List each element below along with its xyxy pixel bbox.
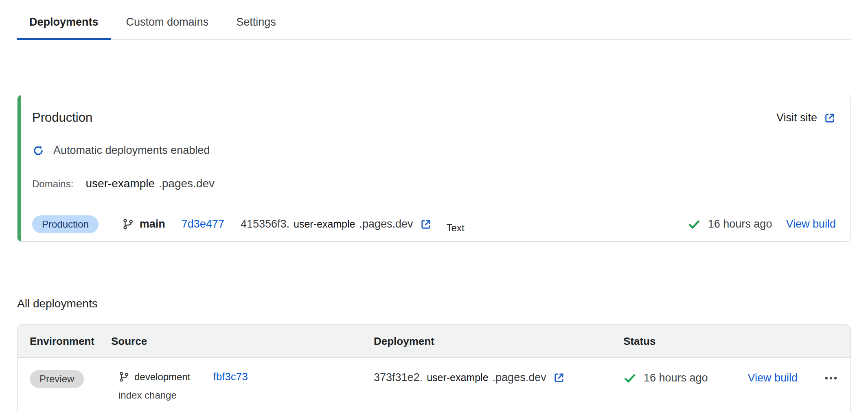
branch-name: main bbox=[140, 217, 165, 231]
deployment-url-name: user-example bbox=[294, 218, 355, 230]
tab-deployments[interactable]: Deployments bbox=[17, 15, 111, 40]
production-deployment-row: Production main 7d3e477 415356f3.user-ex… bbox=[18, 207, 850, 241]
deployment-url-name: user-example bbox=[427, 372, 488, 383]
deployment-url-suffix: .pages.dev bbox=[493, 371, 546, 384]
deployment-url-prefix: 373f31e2. bbox=[374, 371, 423, 384]
all-deployments-title: All deployments bbox=[17, 296, 868, 311]
deployment-url-prefix: 415356f3. bbox=[241, 218, 289, 230]
tab-bar: Deployments Custom domains Settings bbox=[17, 0, 851, 39]
auto-deploy-text: Automatic deployments enabled bbox=[53, 144, 210, 158]
commit-message: index change bbox=[118, 389, 374, 401]
tab-custom-domains[interactable]: Custom domains bbox=[114, 15, 221, 40]
environment-badge: Production bbox=[32, 215, 99, 233]
domain-suffix: .pages.dev bbox=[159, 176, 215, 191]
more-options-button[interactable] bbox=[824, 371, 838, 386]
deployment-time: 16 hours ago bbox=[708, 217, 772, 231]
production-title: Production bbox=[32, 110, 92, 126]
commit-link[interactable]: 7d3e477 bbox=[182, 217, 224, 231]
deployment-url: 415356f3.user-example.pages.dev bbox=[241, 217, 413, 231]
deployments-table: Environment Source Deployment Status Pre… bbox=[17, 324, 851, 412]
visit-site-link[interactable]: Visit site bbox=[776, 111, 836, 125]
view-build-link[interactable]: View build bbox=[748, 371, 798, 385]
domains-label: Domains: bbox=[32, 178, 73, 190]
column-header-status: Status bbox=[623, 335, 850, 348]
commit-link[interactable]: fbf3c73 bbox=[213, 370, 248, 384]
domain-name: user-example bbox=[85, 176, 155, 191]
check-icon bbox=[688, 218, 701, 231]
external-link-icon bbox=[824, 112, 836, 124]
branch-name: development bbox=[134, 371, 190, 383]
table-header-row: Environment Source Deployment Status bbox=[18, 325, 850, 358]
ellipsis-icon bbox=[824, 371, 838, 386]
production-accent-bar bbox=[18, 95, 21, 241]
check-icon bbox=[623, 372, 636, 385]
deployment-url: 373f31e2.user-example.pages.dev bbox=[374, 371, 546, 385]
deployment-note: Text bbox=[447, 222, 465, 234]
external-link-icon[interactable] bbox=[553, 372, 565, 384]
git-branch-icon bbox=[122, 218, 134, 230]
tab-settings[interactable]: Settings bbox=[224, 15, 288, 40]
production-card: Production Visit site Automatic deployme… bbox=[17, 95, 851, 242]
table-row: Preview development fbf3c73 index change… bbox=[18, 358, 850, 412]
git-branch-icon bbox=[118, 371, 129, 382]
refresh-icon bbox=[32, 145, 44, 157]
view-build-link[interactable]: View build bbox=[786, 217, 836, 231]
domains-row: Domains: user-example .pages.dev bbox=[18, 158, 850, 191]
deployment-url-suffix: .pages.dev bbox=[359, 218, 413, 230]
column-header-environment: Environment bbox=[18, 335, 111, 348]
column-header-source: Source bbox=[111, 335, 374, 348]
environment-badge: Preview bbox=[30, 370, 84, 388]
visit-site-label: Visit site bbox=[776, 111, 817, 125]
deployment-time: 16 hours ago bbox=[644, 371, 708, 385]
external-link-icon[interactable] bbox=[420, 218, 432, 230]
column-header-deployment: Deployment bbox=[374, 335, 623, 348]
